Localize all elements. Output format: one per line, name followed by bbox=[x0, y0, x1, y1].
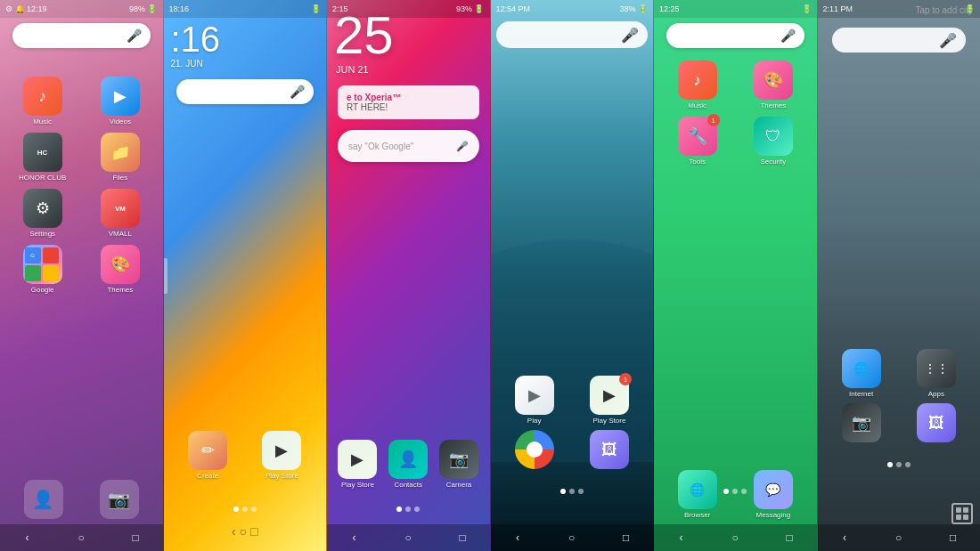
home-btn-4[interactable]: ○ bbox=[563, 529, 581, 547]
home-btn-5[interactable]: ○ bbox=[726, 529, 744, 547]
app-music-1[interactable]: ♪ Music bbox=[7, 77, 78, 126]
app-files-1[interactable]: 📁 Files bbox=[85, 133, 155, 182]
camera-icon-3: 📷 bbox=[439, 440, 478, 479]
dot-2-3 bbox=[405, 506, 411, 512]
recents-btn-4[interactable]: □ bbox=[617, 529, 635, 547]
app-contacts-3[interactable]: 👤 Contacts bbox=[388, 440, 428, 489]
app-camera-6[interactable]: 📷 bbox=[827, 403, 896, 444]
status-time-2: 18:16 bbox=[169, 4, 190, 13]
recents-btn-5[interactable]: □ bbox=[780, 529, 798, 547]
app-apps-6[interactable]: ⋮⋮ Apps bbox=[902, 349, 971, 398]
dot-2-6 bbox=[896, 462, 902, 467]
dots-6 bbox=[818, 458, 981, 471]
dock-browser-5[interactable]: 🌐 Browser bbox=[678, 470, 717, 519]
app-settings-1[interactable]: ⚙ Settings bbox=[7, 189, 78, 238]
voice-text-3: say "Ok Google" bbox=[348, 142, 456, 151]
app-gallery-6[interactable]: 🖼 bbox=[902, 403, 971, 444]
clock-time-2: :16 bbox=[171, 21, 320, 57]
app-tools-5[interactable]: 🔧 1 Tools bbox=[678, 117, 717, 166]
back-btn-5[interactable]: ‹ bbox=[672, 529, 690, 547]
music-icon-5: ♪ bbox=[678, 61, 717, 100]
camera-icon-6: 📷 bbox=[842, 403, 881, 442]
search-bar-1[interactable]: 🎤 bbox=[12, 23, 151, 48]
app-google-1[interactable]: G Google bbox=[7, 245, 78, 294]
home-btn-3[interactable]: ○ bbox=[399, 529, 417, 547]
dock-contacts-1[interactable]: 👤 bbox=[24, 480, 63, 519]
gallery-icon-6: 🖼 bbox=[917, 403, 956, 442]
back-btn-3[interactable]: ‹ bbox=[345, 529, 363, 547]
recents-btn-6[interactable]: □ bbox=[944, 529, 962, 547]
play-label-4: Play bbox=[527, 417, 542, 425]
recents-2[interactable]: □ bbox=[250, 524, 257, 539]
app-themes-5[interactable]: 🎨 Themes bbox=[754, 61, 793, 109]
app-honor-1[interactable]: HC HONOR CLUB bbox=[7, 133, 78, 182]
app-internet-6[interactable]: 🌐 Internet bbox=[827, 349, 896, 398]
app-grid-1: ♪ Music ▶ Videos HC HONOR CLUB 📁 Files ⚙… bbox=[0, 52, 163, 301]
app-music-5[interactable]: ♪ Music bbox=[678, 61, 717, 109]
status-time-5: 12:25 bbox=[659, 4, 680, 13]
dot-1-2 bbox=[233, 506, 239, 512]
expand-btn-6[interactable] bbox=[818, 503, 981, 524]
back-btn-4[interactable]: ‹ bbox=[509, 529, 527, 547]
app-playstore-2[interactable]: ▶ Play Store bbox=[262, 431, 301, 480]
recents-btn-3[interactable]: □ bbox=[453, 529, 471, 547]
app-camera-3[interactable]: 📷 Camera bbox=[439, 440, 478, 489]
home-btn-1[interactable]: ○ bbox=[72, 529, 90, 547]
date-3: JUN 21 bbox=[327, 62, 490, 77]
home-2[interactable]: ○ bbox=[240, 524, 247, 539]
settings-icon-1: ⚙ bbox=[23, 189, 62, 228]
status-time-3: 2:15 bbox=[332, 4, 348, 13]
contacts-label-3: Contacts bbox=[394, 481, 422, 489]
status-bar-3: 2:15 93% 🔋 bbox=[327, 0, 490, 18]
app-play-4[interactable]: ▶ Play bbox=[500, 376, 569, 425]
app-chrome-4[interactable] bbox=[500, 430, 569, 471]
phone-panel-2: 18:16 🔋 :16 21. JUN 🎤 ✏ Create ▶ Play St… bbox=[164, 0, 328, 551]
app-playstore-3[interactable]: ▶ Play Store bbox=[338, 440, 377, 489]
recents-btn-1[interactable]: □ bbox=[127, 529, 144, 547]
camera-label-3: Camera bbox=[446, 481, 471, 489]
status-bar-5: 12:25 🔋 bbox=[654, 0, 817, 18]
status-bar-4: 12:54 PM 38% 🔋 bbox=[491, 0, 654, 18]
app-create-2[interactable]: ✏ Create bbox=[188, 431, 227, 480]
back-btn-1[interactable]: ‹ bbox=[18, 529, 36, 547]
search-bar-5[interactable]: 🎤 bbox=[666, 23, 804, 48]
app-vmall-1[interactable]: VM VMALL bbox=[85, 189, 155, 238]
dot-3-6 bbox=[905, 462, 911, 467]
app-security-5[interactable]: 🛡 Security bbox=[754, 117, 793, 166]
browser-label-5: Browser bbox=[684, 511, 710, 519]
dots-3 bbox=[327, 503, 490, 515]
music-icon-1: ♪ bbox=[23, 77, 62, 116]
badge-4: 1 bbox=[619, 373, 632, 385]
app-themes-1[interactable]: 🎨 Themes bbox=[85, 245, 155, 294]
status-right-3: 93% 🔋 bbox=[456, 4, 485, 13]
home-btn-6[interactable]: ○ bbox=[890, 529, 908, 547]
themes-icon-5: 🎨 bbox=[754, 61, 793, 100]
dock-camera-1[interactable]: 📷 bbox=[100, 480, 139, 519]
back-2[interactable]: ‹ bbox=[232, 524, 236, 539]
dot-1-6 bbox=[887, 462, 893, 467]
videos-icon-1: ▶ bbox=[101, 77, 140, 116]
back-btn-6[interactable]: ‹ bbox=[836, 529, 853, 547]
dot-1-3 bbox=[396, 506, 402, 512]
playstore-icon-3: ▶ bbox=[338, 440, 377, 479]
clock-date-2: 21. JUN bbox=[171, 59, 320, 69]
status-right-1: 98% 🔋 bbox=[129, 4, 158, 13]
security-icon-5: 🛡 bbox=[754, 117, 793, 156]
status-right-2: 🔋 bbox=[311, 4, 321, 13]
dock-messaging-5[interactable]: 💬 Messaging bbox=[754, 470, 793, 519]
search-bar-4[interactable]: 🎤 bbox=[496, 21, 649, 48]
playstore-label-2: Play Store bbox=[265, 472, 298, 480]
app-gallery-4[interactable]: 🖼 bbox=[575, 430, 644, 471]
app-playstore-4[interactable]: ▶ 1 Play Store bbox=[575, 376, 644, 425]
google-voice-3[interactable]: say "Ok Google" 🎤 bbox=[338, 130, 479, 162]
honor-icon-1: HC bbox=[23, 133, 62, 172]
files-label-1: Files bbox=[112, 174, 127, 182]
search-bar-2[interactable]: 🎤 bbox=[176, 79, 314, 104]
apps-icon-6: ⋮⋮ bbox=[917, 349, 956, 388]
welcome-title-3: e to Xperia™ bbox=[347, 93, 470, 102]
app-videos-1[interactable]: ▶ Videos bbox=[85, 77, 155, 126]
browser-icon-5: 🌐 bbox=[678, 470, 717, 509]
add-city-bar-6[interactable]: 🎤 bbox=[832, 28, 967, 53]
internet-label-6: Internet bbox=[849, 390, 873, 398]
google-label-1: Google bbox=[31, 286, 54, 294]
